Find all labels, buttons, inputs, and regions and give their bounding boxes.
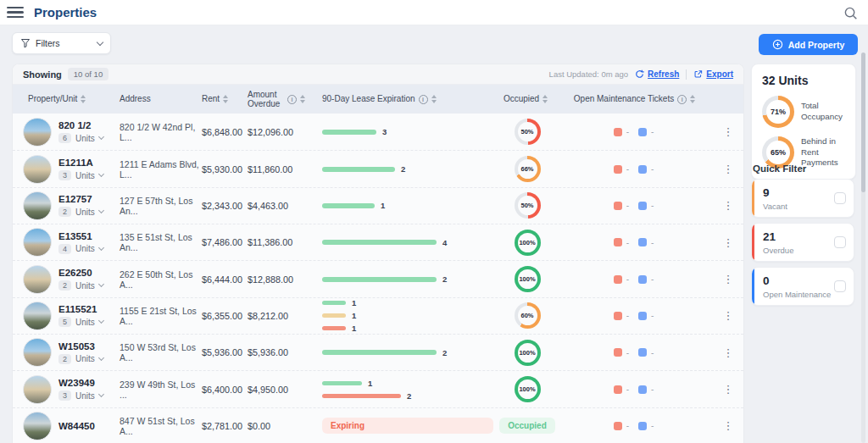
quick-filter-open-maintenance[interactable]: 0 Open Maintenance — [751, 267, 854, 306]
scrollbar[interactable] — [861, 53, 865, 443]
showing-count-badge: 10 of 10 — [68, 68, 108, 80]
search-icon[interactable] — [843, 6, 858, 20]
kebab-menu-icon[interactable]: ⋮ — [723, 236, 734, 249]
property-photo — [23, 228, 52, 257]
lease-bar — [322, 326, 346, 330]
lease-expiration-cell: 1 — [309, 201, 493, 210]
occupancy-cell: 50% — [493, 192, 561, 219]
kebab-menu-icon[interactable]: ⋮ — [723, 383, 734, 396]
rent-value: $6,848.00 — [202, 127, 248, 137]
occupancy-donut: 50% — [515, 192, 541, 219]
units-total-title: 32 Units — [762, 74, 845, 87]
property-name: E115521 — [58, 304, 103, 314]
column-header-rent[interactable]: Rent — [202, 94, 248, 104]
occupancy-cell: 100% — [493, 376, 561, 402]
lease-bar — [322, 381, 362, 385]
info-icon[interactable]: i — [419, 95, 428, 104]
units-dropdown[interactable]: 3 Units — [58, 390, 103, 401]
open-ticket-indicator — [638, 128, 647, 136]
units-dropdown[interactable]: 6 Units — [58, 133, 103, 143]
overdue-checkbox[interactable] — [834, 236, 846, 248]
table-row[interactable]: W23949 3 Units 239 W 49th St, Los ... $6… — [13, 370, 743, 407]
occupancy-donut: 100% — [515, 376, 541, 402]
amount-overdue-value: $12,096.00 — [248, 127, 309, 137]
overdue-ticket-indicator — [614, 165, 622, 174]
units-label: Units — [75, 281, 95, 291]
property-name: W15053 — [58, 341, 103, 352]
table-row[interactable]: E115521 5 Units 1155 E 21st St, Los A...… — [13, 297, 743, 334]
plus-circle-icon — [772, 39, 783, 50]
chevron-down-icon — [98, 355, 104, 361]
property-name: E26250 — [58, 268, 103, 278]
column-header-property-unit[interactable]: Property/Unit — [13, 94, 120, 104]
table-row[interactable]: E12757 2 Units 127 E 57th St, Los An... … — [13, 187, 743, 224]
property-name: E1211A — [58, 158, 103, 168]
chevron-down-icon — [98, 391, 104, 397]
occupancy-donut: 66% — [515, 156, 541, 182]
amount-overdue-value: $4,463.00 — [248, 201, 309, 211]
units-dropdown[interactable]: 2 Units — [58, 280, 103, 291]
kebab-menu-icon[interactable]: ⋮ — [723, 163, 734, 175]
rent-value: $5,936.00 — [202, 347, 248, 357]
filter-icon — [20, 38, 31, 48]
quick-filter-vacant[interactable]: 9 Vacant — [751, 179, 854, 218]
open-ticket-indicator — [638, 422, 647, 430]
hamburger-menu-icon[interactable] — [7, 7, 24, 19]
column-header-occupied[interactable]: Occupied — [493, 94, 561, 104]
units-dropdown[interactable]: 4 Units — [58, 244, 103, 254]
property-address: 135 E 51st St, Los An... — [120, 232, 202, 252]
occupancy-donut: 100% — [515, 266, 541, 292]
kebab-menu-icon[interactable]: ⋮ — [723, 273, 734, 285]
kebab-menu-icon[interactable]: ⋮ — [723, 199, 734, 212]
open-ticket-indicator — [638, 348, 647, 357]
table-row[interactable]: 820 1/2 6 Units 820 1/2 W 42nd Pl, L... … — [13, 114, 743, 150]
sort-icon — [542, 95, 548, 103]
kebab-menu-icon[interactable]: ⋮ — [723, 309, 734, 322]
property-name: 820 1/2 — [58, 120, 103, 130]
property-address: 820 1/2 W 42nd Pl, L... — [120, 122, 202, 142]
add-property-button[interactable]: Add Property — [759, 34, 858, 55]
column-header-lease-expiration[interactable]: 90-Day Lease Expirationi — [309, 94, 493, 104]
rent-value: $6,400.00 — [202, 385, 248, 395]
kebab-menu-icon[interactable]: ⋮ — [723, 419, 734, 432]
filters-button[interactable]: Filters — [12, 32, 111, 54]
kebab-menu-icon[interactable]: ⋮ — [723, 125, 734, 138]
table-row[interactable]: E1211A 3 Units 1211 E Adams Blvd, L... $… — [13, 150, 743, 186]
refresh-button[interactable]: Refresh — [635, 69, 679, 79]
table-row[interactable]: W15053 2 Units 150 W 53rd St, Los A... $… — [13, 334, 743, 370]
lease-expiration-cell: 2 — [309, 164, 493, 174]
units-dropdown[interactable]: 2 Units — [58, 207, 103, 217]
maintenance-tickets-cell: -- — [561, 164, 711, 174]
open-maintenance-label: Open Maintenance — [763, 290, 834, 299]
export-button[interactable]: Export — [693, 69, 733, 79]
units-dropdown[interactable]: 2 Units — [58, 354, 103, 364]
table-row[interactable]: E13551 4 Units 135 E 51st St, Los An... … — [13, 224, 743, 260]
open-ticket-indicator — [638, 275, 647, 284]
quick-filter-overdue[interactable]: 21 Overdue — [751, 223, 854, 262]
maintenance-tickets-cell: -- — [561, 421, 711, 430]
unit-count-badge: 4 — [58, 244, 71, 254]
column-header-maintenance-tickets[interactable]: Open Maintenance Ticketsi — [561, 94, 711, 104]
scrollbar-thumb[interactable] — [861, 53, 865, 192]
open-maintenance-checkbox[interactable] — [834, 280, 846, 292]
chevron-down-icon — [98, 208, 104, 213]
column-header-amount-overdue[interactable]: Amount Overduei — [248, 90, 309, 109]
info-icon[interactable]: i — [287, 95, 297, 104]
info-icon[interactable]: i — [677, 95, 687, 104]
units-label: Units — [75, 318, 95, 327]
vacant-checkbox[interactable] — [834, 192, 846, 204]
table-row[interactable]: E26250 2 Units 262 E 50th St, Los A... $… — [13, 260, 743, 296]
divider — [686, 69, 687, 80]
property-photo — [23, 118, 52, 147]
amount-overdue-value: $0.00 — [248, 421, 309, 431]
units-dropdown[interactable]: 3 Units — [58, 170, 103, 180]
unit-count-badge: 5 — [58, 317, 71, 327]
kebab-menu-icon[interactable]: ⋮ — [723, 346, 734, 359]
units-dropdown[interactable]: 5 Units — [58, 317, 103, 327]
property-address: 150 W 53rd St, Los A... — [120, 342, 202, 363]
maintenance-tickets-cell: -- — [561, 127, 711, 136]
occupancy-donut: 100% — [515, 340, 541, 366]
overdue-ticket-indicator — [614, 275, 622, 284]
table-row[interactable]: W84450 847 W 51st St, Los A... $2,781.00… — [13, 407, 743, 443]
unit-count-badge: 3 — [58, 170, 71, 180]
